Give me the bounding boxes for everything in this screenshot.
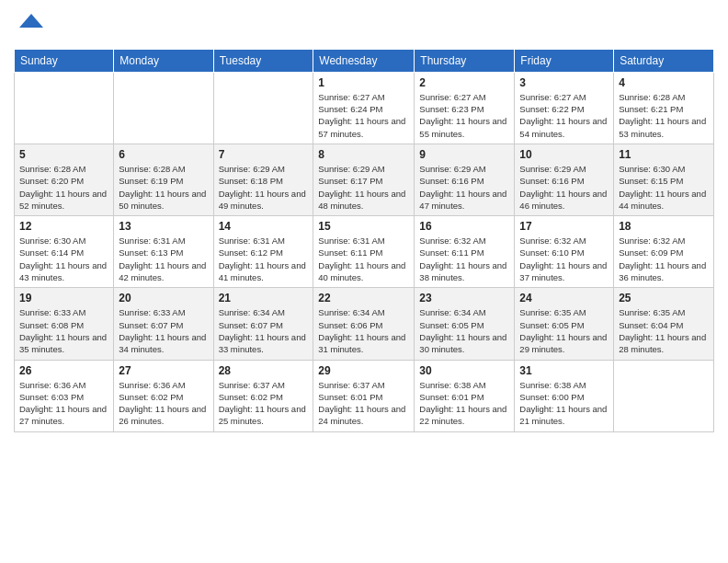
day-info: Sunrise: 6:28 AM Sunset: 6:19 PM Dayligh… bbox=[119, 163, 208, 212]
day-info: Sunrise: 6:37 AM Sunset: 6:02 PM Dayligh… bbox=[219, 379, 309, 428]
day-number: 22 bbox=[318, 292, 409, 304]
calendar-cell: 2Sunrise: 6:27 AM Sunset: 6:23 PM Daylig… bbox=[415, 72, 515, 144]
day-info: Sunrise: 6:34 AM Sunset: 6:05 PM Dayligh… bbox=[419, 306, 509, 355]
day-info: Sunrise: 6:34 AM Sunset: 6:07 PM Dayligh… bbox=[219, 306, 309, 355]
calendar-cell: 14Sunrise: 6:31 AM Sunset: 6:12 PM Dayli… bbox=[213, 216, 313, 288]
calendar-cell: 16Sunrise: 6:32 AM Sunset: 6:11 PM Dayli… bbox=[415, 216, 515, 288]
day-of-week-header: Monday bbox=[114, 49, 213, 72]
day-info: Sunrise: 6:27 AM Sunset: 6:24 PM Dayligh… bbox=[318, 91, 409, 140]
day-info: Sunrise: 6:30 AM Sunset: 6:15 PM Dayligh… bbox=[619, 163, 709, 212]
day-info: Sunrise: 6:29 AM Sunset: 6:16 PM Dayligh… bbox=[419, 163, 509, 212]
day-number: 11 bbox=[619, 148, 709, 161]
day-number: 7 bbox=[219, 148, 309, 161]
calendar-cell bbox=[213, 72, 313, 144]
calendar-table: SundayMondayTuesdayWednesdayThursdayFrid… bbox=[14, 49, 714, 432]
calendar-cell: 27Sunrise: 6:36 AM Sunset: 6:02 PM Dayli… bbox=[114, 360, 213, 431]
day-info: Sunrise: 6:32 AM Sunset: 6:10 PM Dayligh… bbox=[519, 235, 609, 283]
calendar-cell: 23Sunrise: 6:34 AM Sunset: 6:05 PM Dayli… bbox=[415, 288, 515, 360]
calendar-header-row: SundayMondayTuesdayWednesdayThursdayFrid… bbox=[15, 49, 714, 72]
day-number: 17 bbox=[519, 220, 609, 233]
day-info: Sunrise: 6:31 AM Sunset: 6:11 PM Dayligh… bbox=[318, 235, 409, 283]
calendar-cell: 12Sunrise: 6:30 AM Sunset: 6:14 PM Dayli… bbox=[15, 216, 114, 288]
day-of-week-header: Tuesday bbox=[213, 49, 313, 72]
day-number: 13 bbox=[119, 220, 208, 233]
day-number: 10 bbox=[519, 148, 609, 161]
svg-marker-0 bbox=[19, 14, 43, 28]
day-of-week-header: Sunday bbox=[15, 49, 114, 72]
calendar-cell: 6Sunrise: 6:28 AM Sunset: 6:19 PM Daylig… bbox=[114, 144, 213, 215]
day-number: 24 bbox=[519, 292, 609, 304]
logo-icon bbox=[17, 9, 45, 37]
calendar-cell: 29Sunrise: 6:37 AM Sunset: 6:01 PM Dayli… bbox=[313, 360, 415, 431]
day-number: 21 bbox=[219, 292, 309, 304]
day-info: Sunrise: 6:37 AM Sunset: 6:01 PM Dayligh… bbox=[318, 379, 409, 428]
calendar-cell: 24Sunrise: 6:35 AM Sunset: 6:05 PM Dayli… bbox=[515, 288, 614, 360]
calendar-cell bbox=[614, 360, 714, 431]
day-info: Sunrise: 6:28 AM Sunset: 6:20 PM Dayligh… bbox=[19, 163, 108, 212]
day-of-week-header: Saturday bbox=[614, 49, 714, 72]
calendar-cell: 20Sunrise: 6:33 AM Sunset: 6:07 PM Dayli… bbox=[114, 288, 213, 360]
day-info: Sunrise: 6:32 AM Sunset: 6:11 PM Dayligh… bbox=[419, 235, 509, 283]
calendar-week-row: 5Sunrise: 6:28 AM Sunset: 6:20 PM Daylig… bbox=[15, 144, 714, 215]
day-info: Sunrise: 6:27 AM Sunset: 6:22 PM Dayligh… bbox=[519, 91, 609, 140]
logo bbox=[14, 9, 45, 41]
calendar-cell: 3Sunrise: 6:27 AM Sunset: 6:22 PM Daylig… bbox=[515, 72, 614, 144]
calendar-cell: 19Sunrise: 6:33 AM Sunset: 6:08 PM Dayli… bbox=[15, 288, 114, 360]
calendar-cell: 4Sunrise: 6:28 AM Sunset: 6:21 PM Daylig… bbox=[614, 72, 714, 144]
day-number: 2 bbox=[419, 76, 509, 89]
day-number: 3 bbox=[519, 76, 609, 89]
day-number: 23 bbox=[419, 292, 509, 304]
day-of-week-header: Wednesday bbox=[313, 49, 415, 72]
day-number: 6 bbox=[119, 148, 208, 161]
day-number: 5 bbox=[19, 148, 108, 161]
day-number: 29 bbox=[318, 364, 409, 377]
day-info: Sunrise: 6:32 AM Sunset: 6:09 PM Dayligh… bbox=[619, 235, 709, 283]
day-number: 19 bbox=[19, 292, 108, 304]
day-number: 4 bbox=[619, 76, 709, 89]
day-info: Sunrise: 6:36 AM Sunset: 6:02 PM Dayligh… bbox=[119, 379, 208, 428]
day-of-week-header: Friday bbox=[515, 49, 614, 72]
day-info: Sunrise: 6:34 AM Sunset: 6:06 PM Dayligh… bbox=[318, 306, 409, 355]
calendar-cell: 21Sunrise: 6:34 AM Sunset: 6:07 PM Dayli… bbox=[213, 288, 313, 360]
calendar-cell: 11Sunrise: 6:30 AM Sunset: 6:15 PM Dayli… bbox=[614, 144, 714, 215]
day-info: Sunrise: 6:33 AM Sunset: 6:07 PM Dayligh… bbox=[119, 306, 208, 355]
calendar-cell: 13Sunrise: 6:31 AM Sunset: 6:13 PM Dayli… bbox=[114, 216, 213, 288]
calendar-cell: 25Sunrise: 6:35 AM Sunset: 6:04 PM Dayli… bbox=[614, 288, 714, 360]
day-number: 31 bbox=[519, 364, 609, 377]
calendar-cell: 28Sunrise: 6:37 AM Sunset: 6:02 PM Dayli… bbox=[213, 360, 313, 431]
day-info: Sunrise: 6:28 AM Sunset: 6:21 PM Dayligh… bbox=[619, 91, 709, 140]
calendar-cell: 15Sunrise: 6:31 AM Sunset: 6:11 PM Dayli… bbox=[313, 216, 415, 288]
day-info: Sunrise: 6:31 AM Sunset: 6:12 PM Dayligh… bbox=[219, 235, 309, 283]
day-number: 27 bbox=[119, 364, 208, 377]
calendar-cell: 22Sunrise: 6:34 AM Sunset: 6:06 PM Dayli… bbox=[313, 288, 415, 360]
day-info: Sunrise: 6:31 AM Sunset: 6:13 PM Dayligh… bbox=[119, 235, 208, 283]
day-info: Sunrise: 6:30 AM Sunset: 6:14 PM Dayligh… bbox=[19, 235, 108, 283]
day-number: 18 bbox=[619, 220, 709, 233]
day-info: Sunrise: 6:27 AM Sunset: 6:23 PM Dayligh… bbox=[419, 91, 509, 140]
day-info: Sunrise: 6:36 AM Sunset: 6:03 PM Dayligh… bbox=[19, 379, 108, 428]
calendar-cell: 17Sunrise: 6:32 AM Sunset: 6:10 PM Dayli… bbox=[515, 216, 614, 288]
calendar-cell: 10Sunrise: 6:29 AM Sunset: 6:16 PM Dayli… bbox=[515, 144, 614, 215]
day-info: Sunrise: 6:29 AM Sunset: 6:16 PM Dayligh… bbox=[519, 163, 609, 212]
day-number: 16 bbox=[419, 220, 509, 233]
calendar-week-row: 26Sunrise: 6:36 AM Sunset: 6:03 PM Dayli… bbox=[15, 360, 714, 431]
day-number: 20 bbox=[119, 292, 208, 304]
day-number: 8 bbox=[318, 148, 409, 161]
day-info: Sunrise: 6:29 AM Sunset: 6:18 PM Dayligh… bbox=[219, 163, 309, 212]
calendar-cell: 1Sunrise: 6:27 AM Sunset: 6:24 PM Daylig… bbox=[313, 72, 415, 144]
day-number: 9 bbox=[419, 148, 509, 161]
day-number: 28 bbox=[219, 364, 309, 377]
calendar-cell bbox=[114, 72, 213, 144]
page-container: SundayMondayTuesdayWednesdayThursdayFrid… bbox=[0, 0, 728, 442]
calendar-cell: 26Sunrise: 6:36 AM Sunset: 6:03 PM Dayli… bbox=[15, 360, 114, 431]
day-info: Sunrise: 6:29 AM Sunset: 6:17 PM Dayligh… bbox=[318, 163, 409, 212]
calendar-cell: 8Sunrise: 6:29 AM Sunset: 6:17 PM Daylig… bbox=[313, 144, 415, 215]
day-info: Sunrise: 6:38 AM Sunset: 6:01 PM Dayligh… bbox=[419, 379, 509, 428]
day-number: 25 bbox=[619, 292, 709, 304]
calendar-week-row: 1Sunrise: 6:27 AM Sunset: 6:24 PM Daylig… bbox=[15, 72, 714, 144]
calendar-cell: 9Sunrise: 6:29 AM Sunset: 6:16 PM Daylig… bbox=[415, 144, 515, 215]
calendar-cell: 31Sunrise: 6:38 AM Sunset: 6:00 PM Dayli… bbox=[515, 360, 614, 431]
calendar-cell: 5Sunrise: 6:28 AM Sunset: 6:20 PM Daylig… bbox=[15, 144, 114, 215]
calendar-cell: 30Sunrise: 6:38 AM Sunset: 6:01 PM Dayli… bbox=[415, 360, 515, 431]
day-number: 26 bbox=[19, 364, 108, 377]
